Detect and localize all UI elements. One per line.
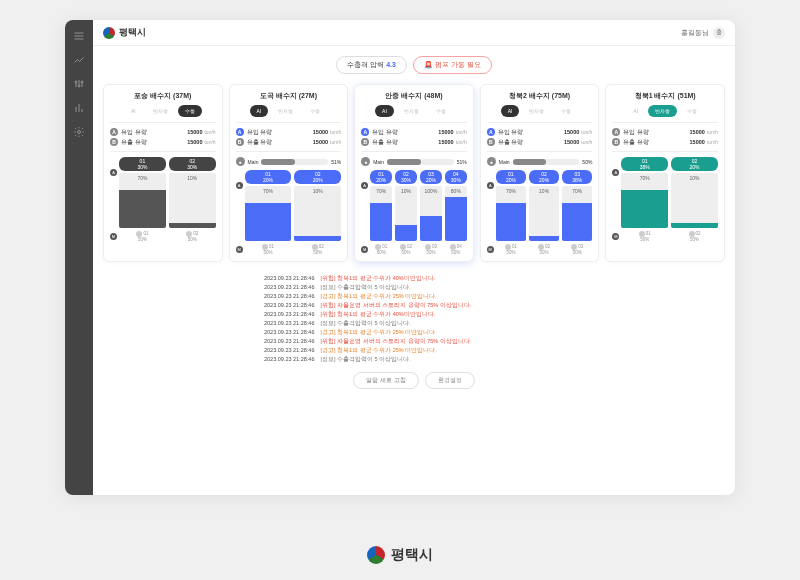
tank: 0220% 10% <box>671 157 718 228</box>
mode-tab[interactable]: 반자동 <box>397 105 426 117</box>
tank: 0320% 100% <box>420 170 442 241</box>
log-row: 2023.09.23 21:28:46[경고] 청북1의 평균 수위가 25% … <box>264 292 564 301</box>
reservoir-card[interactable]: 포승 배수지 (37M)AI반자동수동 A유입 유량15000ton/h B유출… <box>103 84 223 262</box>
reservoir-card[interactable]: 청북1 배수지 (51M)AI반자동수동 A유입 유량15000ton/h B유… <box>605 84 725 262</box>
tank-tag: 0120% <box>370 170 392 184</box>
logo: 평택시 <box>103 26 146 39</box>
tank: 0120% 70% <box>496 170 526 241</box>
mode-tab[interactable]: 수동 <box>680 105 704 117</box>
mode-tab[interactable]: 반자동 <box>271 105 300 117</box>
footer-logo: 평택시 <box>367 546 433 564</box>
log-row: 2023.09.23 21:28:46[경고] 청북1의 평균 수위가 25% … <box>264 328 564 337</box>
tank: 0120% 70% <box>370 170 392 241</box>
card-title: 청북1 배수지 (51M) <box>612 91 718 101</box>
mode-tab[interactable]: 수동 <box>554 105 578 117</box>
svg-point-0 <box>75 81 77 83</box>
log-row: 2023.09.23 21:28:46[정보] 수출격압력이 5 이상입니다. <box>264 319 564 328</box>
tank-tag: 0120% <box>496 170 526 184</box>
svg-point-1 <box>78 85 80 87</box>
tank-tag: 0138% <box>621 157 668 171</box>
tank-tag: 0430% <box>445 170 467 184</box>
pump-alert-pill[interactable]: 🚨 펌프 가동 필요 <box>413 56 492 74</box>
tank: 0230% 10% <box>395 170 417 241</box>
mode-tab[interactable]: 반자동 <box>146 105 175 117</box>
control-icon[interactable] <box>73 78 85 90</box>
tank-tag: 0230% <box>169 157 216 171</box>
tank-tag: 0230% <box>395 170 417 184</box>
tank: 0430% 80% <box>445 170 467 241</box>
mode-tab[interactable]: AI <box>250 105 269 117</box>
settings-icon[interactable] <box>73 126 85 138</box>
stats-icon[interactable] <box>73 102 85 114</box>
log-row: 2023.09.23 21:28:46[위험] 청북1의 평균 수위가 40%미… <box>264 310 564 319</box>
footer-logo-icon <box>367 546 385 564</box>
log-row: 2023.09.23 21:28:46[정보] 수출격압력이 5 이상입니다. <box>264 355 564 364</box>
tank-tag: 0220% <box>671 157 718 171</box>
mode-tab[interactable]: 반자동 <box>648 105 677 117</box>
topbar: 평택시 홍길동님 홍 <box>93 20 735 46</box>
tank: 0338% 70% <box>562 170 592 241</box>
mode-tab[interactable]: 수동 <box>178 105 202 117</box>
user-menu[interactable]: 홍길동님 홍 <box>681 27 725 39</box>
menu-icon[interactable] <box>73 30 85 42</box>
tank: 0230% 10% <box>169 157 216 228</box>
mode-tab[interactable]: 반자동 <box>522 105 551 117</box>
card-title: 도곡 배수지 (27M) <box>236 91 342 101</box>
reservoir-card[interactable]: 도곡 배수지 (27M)AI반자동수동 A유입 유량15000ton/h B유출… <box>229 84 349 262</box>
dashboard-icon[interactable] <box>73 54 85 66</box>
reservoir-card[interactable]: 청북2 배수지 (75M)AI반자동수동 A유입 유량15000ton/h B유… <box>480 84 600 262</box>
tank-tag: 0338% <box>562 170 592 184</box>
reservoir-cards: 포승 배수지 (37M)AI반자동수동 A유입 유량15000ton/h B유출… <box>93 84 735 262</box>
logo-mark-icon <box>103 27 115 39</box>
svg-point-3 <box>78 131 81 134</box>
mode-tab[interactable]: AI <box>375 105 394 117</box>
app-name: 평택시 <box>119 26 146 39</box>
mode-tab[interactable]: AI <box>501 105 520 117</box>
card-title: 청북2 배수지 (75M) <box>487 91 593 101</box>
log-row: 2023.09.23 21:28:46[경고] 청북1의 평균 수위가 25% … <box>264 346 564 355</box>
tank: 0130% 70% <box>119 157 166 228</box>
mode-tab[interactable]: 수동 <box>303 105 327 117</box>
log-row: 2023.09.23 21:28:46[위험] 자율운영 서버의 스토리지 용량… <box>264 301 564 310</box>
settings-button[interactable]: 환경설정 <box>425 372 475 389</box>
tank: 0220% 10% <box>529 170 559 241</box>
log-row: 2023.09.23 21:28:46[정보] 수출격압력이 5 이상입니다. <box>264 283 564 292</box>
log-row: 2023.09.23 21:28:46[위험] 청북1의 평균 수위가 40%미… <box>264 274 564 283</box>
tank-tag: 0220% <box>529 170 559 184</box>
mode-tab[interactable]: AI <box>124 105 143 117</box>
mode-tab[interactable]: 수동 <box>429 105 453 117</box>
log-row: 2023.09.23 21:28:46[위험] 자율운영 서버의 스토리지 용량… <box>264 337 564 346</box>
card-title: 안중 배수지 (48M) <box>361 91 467 101</box>
tank-tag: 0120% <box>245 170 292 184</box>
card-title: 포승 배수지 (37M) <box>110 91 216 101</box>
pressure-pill[interactable]: 수충격 압력 4.3 <box>336 56 407 74</box>
user-name: 홍길동님 <box>681 28 709 38</box>
alarm-log: 2023.09.23 21:28:46[위험] 청북1의 평균 수위가 40%미… <box>264 274 564 364</box>
svg-point-2 <box>81 81 83 83</box>
refresh-button[interactable]: 알람 새로 고침 <box>353 372 418 389</box>
sidebar <box>65 20 93 495</box>
tank-tag: 0220% <box>294 170 341 184</box>
avatar: 홍 <box>713 27 725 39</box>
tank-tag: 0130% <box>119 157 166 171</box>
status-pills: 수충격 압력 4.3 🚨 펌프 가동 필요 <box>93 46 735 84</box>
tank-tag: 0320% <box>420 170 442 184</box>
tank: 0138% 70% <box>621 157 668 228</box>
tank: 0120% 70% <box>245 170 292 241</box>
mode-tab[interactable]: AI <box>626 105 645 117</box>
reservoir-card[interactable]: 안중 배수지 (48M)AI반자동수동 A유입 유량15000ton/h B유출… <box>354 84 474 262</box>
tank: 0220% 10% <box>294 170 341 241</box>
